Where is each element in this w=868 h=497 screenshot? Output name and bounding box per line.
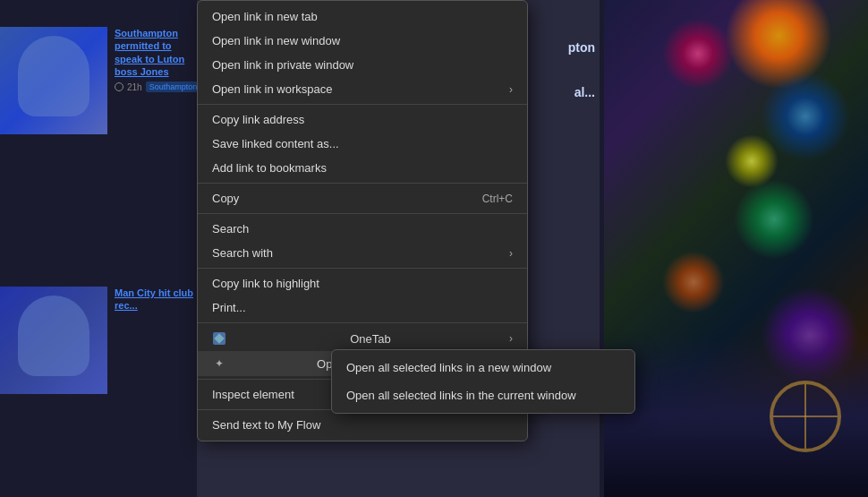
menu-item-print[interactable]: Print... xyxy=(198,296,527,320)
submenu-item-open-all-current[interactable]: Open all selected links in the current w… xyxy=(332,381,634,409)
menu-separator xyxy=(198,183,527,184)
menu-item-open-private[interactable]: Open link in private window xyxy=(198,53,527,77)
menu-label-onetab: OneTab xyxy=(350,332,391,346)
menu-item-search-with[interactable]: Search with› xyxy=(198,241,527,265)
menu-label-copy: Copy xyxy=(212,192,239,205)
news-tag-1[interactable]: Southampton xyxy=(146,81,201,92)
menu-separator xyxy=(198,213,527,214)
partial-text-1: pton xyxy=(568,40,595,55)
firework-2 xyxy=(662,18,734,90)
menu-item-search[interactable]: Search xyxy=(198,217,527,241)
menu-item-send-flow[interactable]: Send text to My Flow xyxy=(198,413,527,437)
menu-item-open-new-tab[interactable]: Open link in new tab xyxy=(198,4,527,29)
menu-arrow-search-with: › xyxy=(509,247,513,260)
thumb-figure-1 xyxy=(18,36,89,116)
thumb-figure-2 xyxy=(18,296,89,376)
menu-label-add-bookmarks: Add link to bookmarks xyxy=(212,161,327,175)
news-item-2: Man City hit club rec... xyxy=(0,287,197,394)
onetab-icon xyxy=(212,331,226,346)
news-text-1: Southampton permitted to speak to Luton … xyxy=(115,27,204,92)
bg-fireworks xyxy=(604,0,868,497)
menu-label-search: Search xyxy=(212,222,249,236)
firework-6 xyxy=(662,251,725,313)
news-time-1: 21h xyxy=(127,82,142,92)
submenu-open-selected: Open all selected links in a new windowO… xyxy=(331,349,635,414)
menu-item-copy-link-highlight[interactable]: Copy link to highlight xyxy=(198,271,527,296)
menu-label-open-new-window: Open link in new window xyxy=(212,34,340,47)
menu-item-add-bookmarks[interactable]: Add link to bookmarks xyxy=(198,156,527,180)
menu-label-open-private: Open link in private window xyxy=(212,58,353,72)
menu-item-save-linked[interactable]: Save linked content as... xyxy=(198,132,527,156)
time-icon-1 xyxy=(115,82,123,91)
menu-separator xyxy=(198,104,527,105)
menu-item-copy[interactable]: CopyCtrl+C xyxy=(198,186,527,210)
menu-arrow-onetab: › xyxy=(509,332,513,345)
menu-item-open-workspace[interactable]: Open link in workspace› xyxy=(198,77,527,101)
menu-label-open-new-tab: Open link in new tab xyxy=(212,10,318,23)
menu-item-open-new-window[interactable]: Open link in new window xyxy=(198,29,527,53)
news-meta-1: 21h Southampton xyxy=(115,81,200,92)
menu-separator xyxy=(198,268,527,269)
menu-item-onetab[interactable]: OneTab› xyxy=(198,326,527,351)
news-item-1: Southampton permitted to speak to Luton … xyxy=(0,27,197,134)
news-text-2: Man City hit club rec... xyxy=(115,287,197,313)
news-thumb-2 xyxy=(0,287,107,394)
menu-label-copy-link-highlight: Copy link to highlight xyxy=(212,277,319,290)
ferris-wheel xyxy=(770,381,841,452)
menu-label-save-linked: Save linked content as... xyxy=(212,137,339,150)
selected-links-icon: ✦ xyxy=(212,356,226,371)
menu-shortcut-copy: Ctrl+C xyxy=(482,193,513,205)
menu-label-print: Print... xyxy=(212,301,246,314)
menu-label-send-flow: Send text to My Flow xyxy=(212,418,320,432)
news-thumb-1 xyxy=(0,27,107,134)
news-title-1[interactable]: Southampton permitted to speak to Luton … xyxy=(115,27,200,78)
menu-separator xyxy=(198,322,527,323)
partial-text-2: al... xyxy=(574,85,595,99)
news-area: Southampton permitted to speak to Luton … xyxy=(0,0,197,497)
menu-label-copy-link-address: Copy link address xyxy=(212,113,304,126)
menu-label-open-workspace: Open link in workspace xyxy=(212,82,332,96)
firework-5 xyxy=(734,179,814,260)
menu-item-copy-link-address[interactable]: Copy link address xyxy=(198,107,527,132)
menu-arrow-open-workspace: › xyxy=(509,83,513,96)
menu-label-inspect: Inspect element xyxy=(212,388,294,401)
news-title-2[interactable]: Man City hit club rec... xyxy=(115,287,193,313)
submenu-item-open-all-new-window[interactable]: Open all selected links in a new window xyxy=(332,354,634,381)
menu-label-search-with: Search with xyxy=(212,246,273,260)
